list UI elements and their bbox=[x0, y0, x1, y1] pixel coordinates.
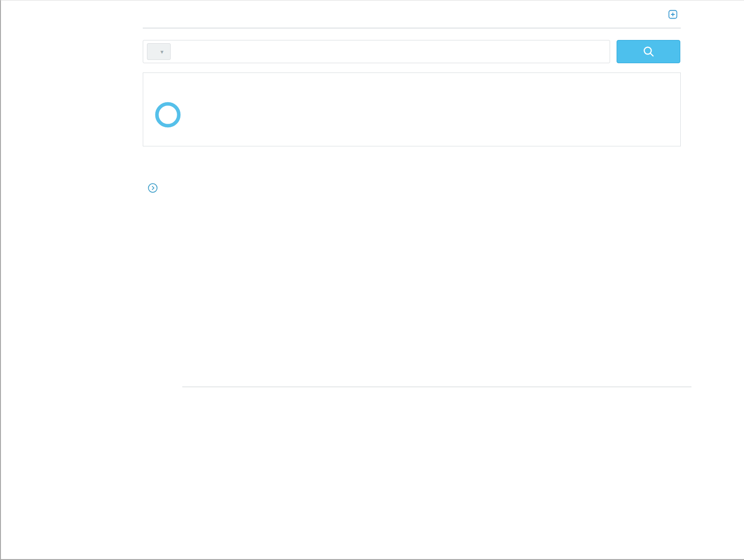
circle-arrow-icon[interactable] bbox=[147, 183, 158, 193]
search-button[interactable] bbox=[617, 40, 680, 63]
chart-plot-area bbox=[182, 225, 682, 387]
scope-select[interactable]: ▾ bbox=[147, 43, 171, 60]
x-axis bbox=[182, 387, 691, 390]
search-icon bbox=[642, 45, 656, 59]
search-box: ▾ bbox=[143, 40, 610, 63]
discovered-lost-section-title bbox=[143, 183, 681, 193]
totals-row bbox=[154, 205, 681, 212]
track-in-campaign-link[interactable] bbox=[668, 10, 681, 19]
link-explorer-page: ▾ bbox=[0, 0, 744, 560]
metrics-panel bbox=[143, 72, 681, 146]
metric-linking-domains bbox=[292, 85, 461, 128]
metric-ranking-keywords bbox=[582, 85, 584, 128]
chevron-down-icon: ▾ bbox=[160, 48, 164, 55]
discovered-lost-chart bbox=[143, 225, 681, 443]
search-input[interactable] bbox=[171, 47, 610, 56]
metric-domain-authority bbox=[154, 85, 292, 128]
header-divider bbox=[143, 27, 681, 29]
metric-inbound-links bbox=[461, 85, 582, 128]
plus-square-icon bbox=[668, 10, 678, 19]
main-content: ▾ bbox=[143, 4, 681, 443]
domain-authority-gauge bbox=[154, 101, 181, 128]
